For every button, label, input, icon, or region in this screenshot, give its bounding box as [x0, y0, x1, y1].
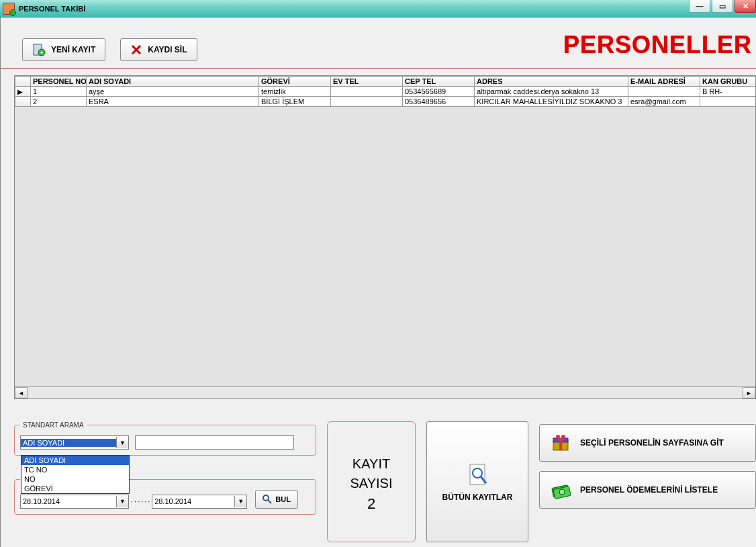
count-title-2: SAYISI [350, 476, 393, 491]
search-field-selected: ADI SOYADI [21, 439, 116, 447]
column-header[interactable]: PERSONEL NO [31, 77, 87, 87]
search-text-input[interactable] [135, 435, 294, 450]
chevron-down-icon[interactable]: ▼ [116, 496, 128, 507]
list-payments-button[interactable]: PERSONEL ÖDEMELERİNİ LİSTELE [539, 471, 756, 509]
count-value: 2 [367, 495, 375, 513]
date-from-value: 28.10.2014 [21, 497, 116, 505]
svg-line-6 [268, 500, 271, 503]
client-area: + YENİ KAYIT KAYDI SİL PERSONELLER PERSO… [0, 17, 756, 547]
horizontal-scrollbar[interactable]: ◄ ► [15, 386, 755, 398]
svg-text:+: + [40, 50, 44, 56]
table-row[interactable]: ▶1ayşetemizlik0534565689altıparmak cadde… [15, 87, 757, 97]
page-title: PERSONELLER [563, 31, 752, 59]
search-field-combo[interactable]: ADI SOYADI ▼ [20, 435, 129, 450]
svg-point-17 [559, 489, 565, 495]
date-to-value: 28.10.2014 [152, 497, 234, 505]
window-title: PERSONEL TAKİBİ [19, 5, 85, 13]
goto-person-button[interactable]: SEÇİLİ PERSONELİN SAYFASINA GİT [539, 424, 756, 462]
find-label: BUL [275, 495, 291, 503]
list-payments-label: PERSONEL ÖDEMELERİNİ LİSTELE [580, 485, 718, 495]
chevron-down-icon[interactable]: ▼ [234, 496, 246, 507]
date-range-separator: ······ [131, 497, 150, 505]
maximize-button[interactable]: ▭ [712, 0, 733, 13]
date-from-input[interactable]: 28.10.2014 ▼ [20, 495, 129, 509]
svg-point-14 [561, 435, 565, 439]
dropdown-option[interactable]: GÖREVİ [21, 484, 129, 493]
minimize-button[interactable]: — [689, 0, 710, 13]
delete-record-button[interactable]: KAYDI SİL [120, 38, 197, 61]
all-records-label: BÜTÜN KAYITLAR [442, 493, 513, 502]
count-title-1: KAYIT [352, 456, 390, 472]
dropdown-option[interactable]: TC NO [21, 465, 129, 474]
scroll-track[interactable] [28, 388, 743, 398]
standard-search-title: STANDART ARAMA [20, 421, 87, 429]
search-document-icon [466, 462, 489, 489]
gift-icon [551, 433, 571, 453]
search-field-dropdown[interactable]: ADI SOYADITC NONOGÖREVİ [21, 455, 130, 494]
money-icon [551, 480, 571, 500]
svg-rect-12 [559, 438, 562, 450]
scroll-left-button[interactable]: ◄ [15, 387, 28, 398]
app-icon [3, 3, 15, 15]
column-header[interactable]: GÖREVİ [259, 77, 331, 87]
date-to-input[interactable]: 28.10.2014 ▼ [152, 495, 247, 509]
svg-point-13 [556, 435, 560, 439]
new-record-button[interactable]: + YENİ KAYIT [22, 38, 105, 61]
divider [1, 69, 756, 70]
new-record-label: YENİ KAYIT [51, 45, 95, 54]
find-button[interactable]: BUL [255, 490, 298, 509]
scroll-right-button[interactable]: ► [743, 387, 755, 398]
new-record-icon: + [32, 43, 46, 56]
all-records-button[interactable]: BÜTÜN KAYITLAR [426, 421, 528, 542]
dropdown-option[interactable]: NO [21, 474, 129, 484]
chevron-down-icon[interactable]: ▼ [116, 437, 128, 448]
table-row[interactable]: 2ESRABİLGİ İŞLEM0536489656KIRCILAR MAHAL… [15, 97, 757, 107]
column-header[interactable]: ADRES [475, 77, 628, 87]
close-button[interactable]: ✕ [735, 0, 756, 13]
column-header[interactable]: CEP TEL [403, 77, 475, 87]
column-header[interactable]: KAN GRUBU [700, 77, 757, 87]
delete-record-label: KAYDI SİL [148, 45, 187, 54]
column-header[interactable]: E-MAIL ADRESİ [628, 77, 700, 87]
delete-icon [130, 44, 142, 56]
data-grid[interactable]: PERSONEL NOADI SOYADIGÖREVİEV TELCEP TEL… [14, 75, 756, 399]
dropdown-option[interactable]: ADI SOYADI [21, 456, 129, 465]
record-count-box: KAYIT SAYISI 2 [327, 421, 416, 542]
column-header[interactable]: EV TEL [331, 77, 403, 87]
standard-search-group: STANDART ARAMA ADI SOYADI ▼ ADI SOYADITC… [14, 421, 316, 456]
window-titlebar: PERSONEL TAKİBİ — ▭ ✕ [0, 0, 756, 17]
goto-person-label: SEÇİLİ PERSONELİN SAYFASINA GİT [580, 438, 724, 448]
svg-point-5 [263, 495, 269, 501]
search-icon [263, 495, 272, 504]
column-header[interactable]: ADI SOYADI [87, 77, 259, 87]
